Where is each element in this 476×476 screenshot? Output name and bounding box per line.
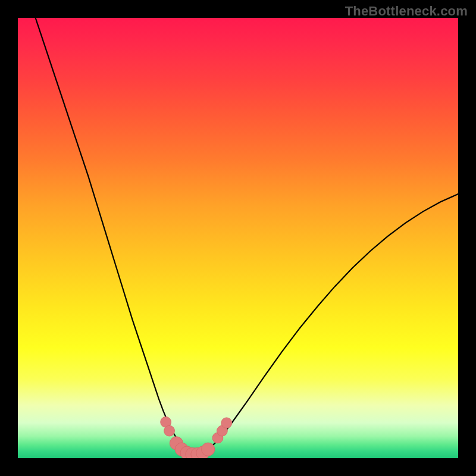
chart-frame: TheBottleneck.com	[0, 0, 476, 476]
plot-area	[18, 18, 458, 458]
curve-markers	[161, 416, 232, 458]
curve-marker	[221, 418, 232, 428]
bottleneck-curve	[36, 18, 458, 454]
watermark-text: TheBottleneck.com	[345, 4, 468, 19]
curve-marker	[164, 425, 175, 436]
curve-layer	[18, 18, 458, 458]
curve-marker	[202, 443, 215, 456]
